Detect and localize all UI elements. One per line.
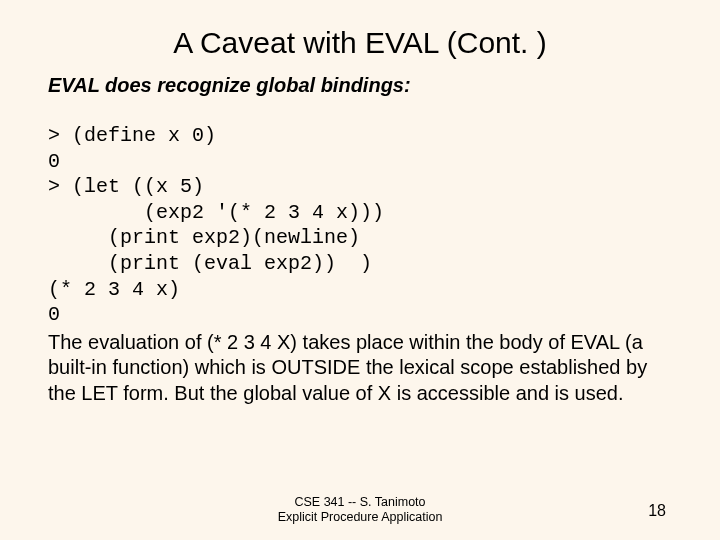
- code-block: > (define x 0) 0 > (let ((x 5) (exp2 '(*…: [48, 123, 672, 328]
- explanation-text: The evaluation of (* 2 3 4 X) takes plac…: [48, 330, 672, 407]
- slide-title: A Caveat with EVAL (Cont. ): [48, 26, 672, 60]
- footer-topic: Explicit Procedure Application: [0, 510, 720, 526]
- footer-course: CSE 341 -- S. Tanimoto: [0, 495, 720, 511]
- slide-subtitle: EVAL does recognize global bindings:: [48, 74, 672, 97]
- page-number: 18: [648, 502, 666, 520]
- slide-footer: CSE 341 -- S. Tanimoto Explicit Procedur…: [0, 495, 720, 526]
